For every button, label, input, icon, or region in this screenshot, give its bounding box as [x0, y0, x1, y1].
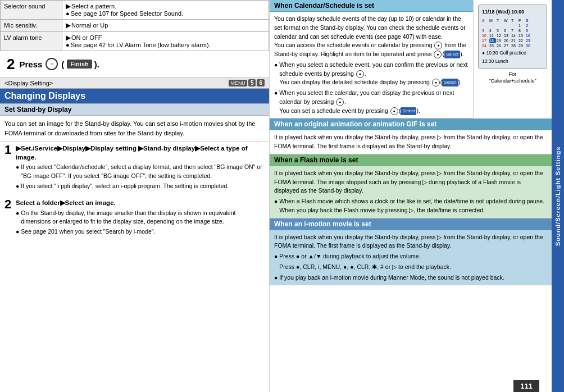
bullet-icon: ● — [16, 227, 19, 236]
phone-display-image: 11/18 (Wed) 10:00 SMTWTFS 12 3456789 — [473, 0, 552, 118]
menu-icon: MENU — [229, 80, 247, 86]
press-label: Press — [19, 60, 42, 69]
bullet-icon: ● — [16, 163, 19, 181]
step1-sub: ● If you select "Calendar/schedule", sel… — [16, 163, 265, 190]
standby-description: You can set an image for the Stand-by di… — [0, 116, 269, 142]
paren-close: ). — [94, 60, 99, 69]
calendar-row: 24252627282930 — [482, 43, 543, 48]
when-imotion-header: When an i-motion movie is set — [270, 218, 552, 230]
circle-btn: ● — [432, 79, 440, 86]
step1-main: ▶Set./Service▶Display▶Display setting ▶S… — [16, 144, 265, 162]
when-calendar-text: When Calendar/Schedule is set You can di… — [270, 0, 473, 118]
day-header: F — [518, 18, 525, 23]
when-flash-header: When a Flash movie is set — [270, 154, 552, 166]
step2-bullet1: On the Stand-by display, the image small… — [21, 209, 265, 227]
circle-btn: ● — [434, 51, 442, 58]
bullet-icon: ● — [274, 274, 278, 282]
sidebar-label: Sound/Screen/Light Settings — [552, 0, 564, 392]
bullet-icon: ● — [16, 209, 19, 227]
calendar-row: 12 — [482, 23, 543, 28]
right-content-wrapper: When Calendar/Schedule is set You can di… — [270, 0, 552, 392]
menu-icons: MENU 5 6 — [229, 79, 265, 86]
day-header: T — [497, 18, 503, 23]
select-box: Select — [444, 51, 460, 58]
mic-sensitiv-value: ▶Normal or Up — [62, 20, 269, 32]
table-row: LV alarm tone ▶ON or OFF ●See page 42 fo… — [1, 32, 269, 51]
step1-content: ▶Set./Service▶Display▶Display setting ▶S… — [16, 144, 265, 192]
finish-button-label: Finish — [67, 60, 92, 69]
display-setting-label: <Display Setting> — [4, 80, 53, 86]
step1-num: 1 — [4, 144, 13, 156]
when-calendar-header: When Calendar/Schedule is set — [270, 0, 473, 12]
selector-sound-label: Selector sound — [1, 1, 62, 20]
calendar-row: 3456789 — [482, 28, 543, 33]
select-box: Select — [401, 107, 416, 115]
list-item: ● If you play back an i-motion movie dur… — [274, 274, 547, 282]
step2-sub: ● On the Stand-by display, the image sma… — [16, 209, 265, 236]
step2-row: 2 Select a folder▶Select an image. ● On … — [4, 198, 265, 237]
arrow-icon: ▶ — [66, 34, 70, 41]
bullet-icon: ● — [274, 197, 278, 215]
day-header: M — [489, 18, 496, 23]
when-calendar-section: When Calendar/Schedule is set You can di… — [270, 0, 552, 118]
press-section: 2 Press ○ ( Finish ). — [0, 51, 269, 78]
list-item: ● When a Flash movie which shows a clock… — [274, 197, 547, 215]
selector-sound-main: Select a pattern. — [71, 3, 116, 10]
select-box: Select — [442, 79, 458, 86]
step1-bullet1: If you select "Calendar/schedule", selec… — [21, 163, 265, 181]
selector-sound-value: ▶Select a pattern. ●See page 107 for Spe… — [62, 1, 269, 20]
bullet-icon: ● — [16, 182, 19, 191]
page-number: 111 — [513, 380, 539, 392]
day-header: S — [482, 18, 489, 23]
when-animation-section: When an original animation or animation … — [270, 118, 552, 154]
bullet-sym: ● — [66, 42, 70, 48]
list-item: ● Press ● or ▲/▼ during playback to adju… — [274, 252, 547, 261]
when-flash-section: When a Flash movie is set It is played b… — [270, 154, 552, 218]
imotion-bullet1: Press ● or ▲/▼ during playback to adjust… — [279, 252, 420, 261]
bullet-icon: ● — [274, 252, 278, 261]
schedule-item-1: ● 10:30 Golf practice — [482, 50, 543, 57]
flash-bullet1: When a Flash movie which shows a clock o… — [279, 197, 547, 215]
list-item: ● On the Stand-by display, the image sma… — [16, 209, 265, 227]
imotion-bullet2-sub: Press ●, CLR, i, MENU, ●, ●, CLR, ✱, # o… — [279, 263, 451, 272]
lv-alarm-main: ON or OFF — [71, 34, 102, 41]
circle-btn: ● — [434, 42, 442, 49]
standby-desc-text: You can set an image for the Stand-by di… — [4, 120, 255, 136]
circle-btn: ● — [390, 107, 398, 115]
settings-table: Selector sound ▶Select a pattern. ●See p… — [0, 0, 269, 51]
phone-caption: For"Calendar+schedule" — [478, 71, 547, 84]
lv-alarm-value: ▶ON or OFF ●See page 42 for LV Alarm Ton… — [62, 32, 269, 51]
phone-screen: 11/18 (Wed) 10:00 SMTWTFS 12 3456789 — [478, 4, 547, 69]
mic-sensitiv-main: Normal or Up — [71, 22, 108, 29]
step1-row: 1 ▶Set./Service▶Display▶Display setting … — [4, 144, 265, 192]
lv-alarm-label: LV alarm tone — [1, 32, 62, 51]
circle-btn: ● — [356, 70, 364, 78]
step2-num: 2 — [4, 198, 13, 211]
step2-bullet2: See page 201 when you select "Search by … — [21, 227, 155, 236]
mic-sensitiv-label: Mic sensitiv. — [1, 20, 62, 32]
step1-block: 1 ▶Set./Service▶Display▶Display setting … — [0, 142, 269, 196]
changing-displays-title: Changing Displays — [0, 89, 269, 104]
step2-main: Select a folder▶Select an image. — [16, 198, 265, 207]
calendar-bullet2: When you select the calendar, you can di… — [279, 89, 469, 115]
selector-sound-sub: See page 107 for Speed Selector Sound. — [71, 10, 184, 17]
imotion-content-text: It is played back when you display the S… — [274, 234, 543, 249]
num6-box: 6 — [257, 79, 265, 86]
step2-content: Select a folder▶Select an image. ● On th… — [16, 198, 265, 237]
circle-btn: ● — [336, 98, 344, 106]
set-standby-bar: Set Stand-by Display — [0, 104, 269, 116]
arrow-icon: ▶ — [66, 3, 70, 10]
imotion-bullet3: If you play back an i-motion movie durin… — [279, 274, 504, 282]
day-header: S — [526, 18, 533, 23]
list-item: ● When you select a schedule event, you … — [274, 61, 469, 87]
day-header: W — [504, 18, 511, 23]
when-animation-header: When an original animation or animation … — [270, 118, 552, 130]
animation-content-text: It is played back when you display the S… — [274, 134, 543, 149]
flash-content-text: It is played back when you display the S… — [274, 170, 543, 194]
day-header: T — [511, 18, 518, 23]
schedule-item-2: 12:30 Lunch — [482, 58, 543, 65]
right-column: When Calendar/Schedule is set You can di… — [270, 0, 564, 392]
step-number-2: 2 — [7, 57, 15, 71]
calendar-grid: SMTWTFS 12 3456789 10111213141516 — [482, 18, 543, 49]
calendar-row: 10111213141516 — [482, 33, 543, 38]
